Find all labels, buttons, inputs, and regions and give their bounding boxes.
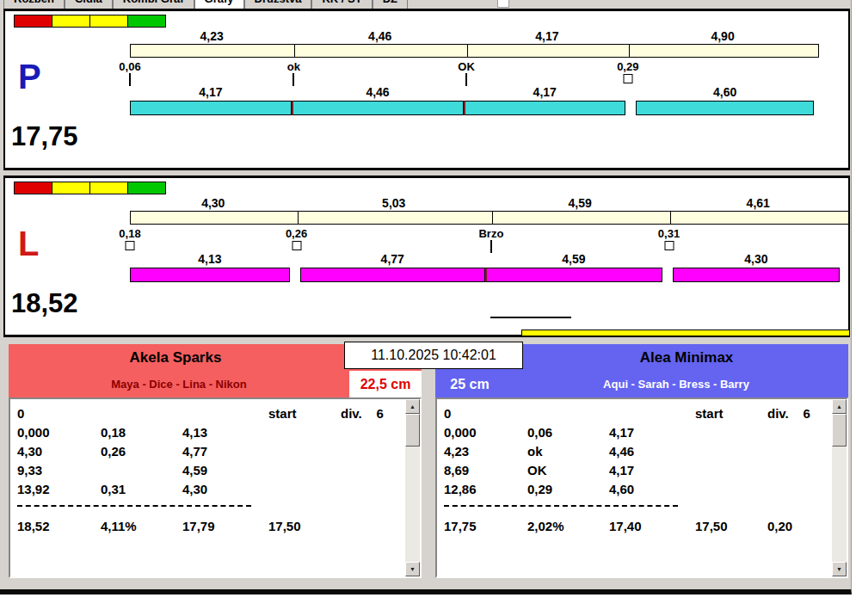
- result-cell: [609, 404, 695, 423]
- tick-mark: [490, 240, 492, 253]
- tick-mark: [129, 73, 131, 86]
- tick-mark: [293, 73, 294, 86]
- team-panel-left: Akela Sparks Maya - Dice - Lina - Nikon …: [9, 344, 422, 578]
- split-time-label: 4,30: [130, 196, 297, 210]
- interval-bar-segment: [492, 212, 670, 224]
- result-row: 12,860,294,60: [444, 480, 832, 499]
- result-cell: [101, 461, 182, 480]
- result-cell: 4,17: [609, 423, 695, 442]
- split-time-label: 4,46: [293, 29, 466, 43]
- dog-time-label: 4,77: [300, 252, 485, 266]
- result-cell: [527, 404, 609, 423]
- yellow-indicator-bar: [521, 330, 850, 336]
- dog-bar-segment: [292, 101, 465, 115]
- result-cell: div. 6: [767, 404, 832, 423]
- result-cell: ok: [527, 442, 609, 461]
- result-cell: start: [268, 404, 341, 423]
- lane-letter: L: [18, 226, 39, 261]
- result-row: 8,69OK4,17: [444, 461, 832, 480]
- split-time-label: 4,17: [466, 29, 628, 43]
- team-subheader: Maya - Dice - Lina - Nikon 22,5 cm: [9, 371, 422, 397]
- divider-line: [490, 317, 571, 320]
- jump-height-badge: 22,5 cm: [349, 371, 422, 397]
- app-window: RozběhČidlaKombi GrafGrafyDružstvaKK / S…: [0, 0, 852, 594]
- scrollbar-thumb[interactable]: [405, 414, 420, 447]
- dog-bar-segment: [485, 268, 663, 282]
- result-cell: [767, 442, 832, 461]
- result-cell: [341, 442, 405, 461]
- dog-bar-segment: [130, 101, 292, 115]
- table-scrollbar[interactable]: ▲ ▼: [405, 399, 420, 576]
- result-cell: [695, 442, 767, 461]
- tab-grafy[interactable]: Grafy: [194, 0, 244, 9]
- lane-graph: 4,234,464,174,900,06okOK0,294,174,464,17…: [5, 11, 848, 168]
- result-cell: 4,30: [182, 480, 268, 499]
- tab-bar: RozběhČidlaKombi GrafGrafyDružstvaKK / S…: [3, 0, 408, 9]
- result-cell: 13,92: [17, 480, 101, 499]
- fault-checkbox[interactable]: [664, 241, 674, 250]
- tab-rozb-h[interactable]: Rozběh: [3, 0, 65, 9]
- flag-color-box: [89, 182, 128, 194]
- result-cell: 0,29: [527, 480, 609, 499]
- dog-time-label: 4,60: [636, 85, 814, 99]
- result-row: 4,300,264,77: [17, 442, 405, 461]
- scroll-down-button[interactable]: ▼: [405, 562, 420, 576]
- tab--idla[interactable]: Čidla: [65, 0, 113, 9]
- result-cell: 17,40: [609, 517, 695, 536]
- tab-kombi-graf[interactable]: Kombi Graf: [113, 0, 194, 9]
- result-row: 0,0000,184,13: [17, 423, 405, 442]
- lane-panel-left: 4,305,034,594,610,180,26Brzo0,314,134,77…: [3, 176, 850, 337]
- flag-color-box: [14, 15, 52, 28]
- interval-bar-segment: [467, 45, 629, 57]
- split-time-label: 4,61: [669, 196, 847, 210]
- result-cell: [101, 404, 182, 423]
- split-time-label: 4,59: [491, 196, 669, 210]
- result-cell: 4,13: [182, 423, 268, 442]
- result-row: 4,23ok4,46: [444, 442, 832, 461]
- top-strip-control[interactable]: [497, 0, 509, 8]
- result-cell: 17,79: [182, 517, 268, 536]
- fault-checkbox[interactable]: [292, 241, 301, 250]
- result-cell: [341, 480, 405, 499]
- lane-total-time: 17,75: [11, 123, 78, 150]
- interval-bar-segment: [629, 45, 819, 57]
- flag-color-box: [89, 15, 128, 28]
- result-row: 0startdiv. 6: [17, 404, 405, 423]
- result-cell: [182, 404, 268, 423]
- lane-total-time: 18,52: [11, 290, 78, 317]
- result-row: 13,920,314,30: [17, 480, 405, 499]
- dog-time-label: 4,13: [130, 252, 290, 266]
- dog-bar-segment: [673, 268, 840, 282]
- results-table-body: 0startdiv. 60,0000,184,134,300,264,779,3…: [10, 399, 405, 576]
- result-cell: [341, 461, 405, 480]
- fault-checkbox[interactable]: [126, 241, 135, 250]
- result-cell: 12,86: [444, 480, 527, 499]
- flag-color-box: [52, 182, 90, 194]
- scrollbar-thumb[interactable]: [832, 414, 847, 447]
- result-row: 0startdiv. 6: [444, 404, 832, 423]
- result-cell: 8,69: [444, 461, 527, 480]
- result-row: 9,334,59: [17, 461, 405, 480]
- interval-bar-segment: [298, 212, 492, 224]
- tab-dru-stva[interactable]: Družstva: [244, 0, 312, 9]
- result-cell: 4,60: [609, 480, 695, 499]
- result-cell: 2,02%: [527, 517, 609, 536]
- dog-bar-segment: [130, 268, 290, 282]
- result-cell: 0: [17, 404, 101, 423]
- tab-kk-st[interactable]: KK / ST: [311, 0, 372, 9]
- scroll-up-button[interactable]: ▲: [405, 399, 420, 414]
- tab-dz[interactable]: DZ: [373, 0, 408, 9]
- scroll-down-button[interactable]: ▼: [832, 562, 847, 576]
- fault-checkbox[interactable]: [623, 74, 632, 83]
- dashed-line: [444, 505, 678, 507]
- table-scrollbar[interactable]: ▲ ▼: [832, 399, 847, 576]
- separator-row: [444, 505, 832, 517]
- result-cell: 0,18: [101, 423, 182, 442]
- flag-strip: [15, 15, 166, 28]
- dog-bar-segment: [636, 101, 814, 115]
- result-cell: OK: [527, 461, 609, 480]
- scroll-up-button[interactable]: ▲: [832, 399, 847, 414]
- result-cell: div. 6: [341, 404, 405, 423]
- results-table: 0startdiv. 60,0000,064,174,23ok4,468,69O…: [435, 397, 848, 578]
- lane-panel-right: 4,234,464,174,900,06okOK0,294,174,464,17…: [3, 9, 850, 170]
